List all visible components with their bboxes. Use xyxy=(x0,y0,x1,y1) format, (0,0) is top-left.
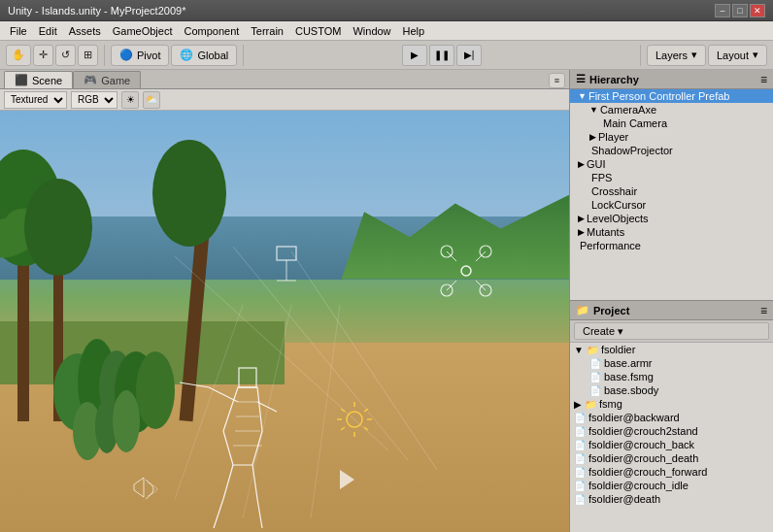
global-dropdown[interactable]: 🌐 Global xyxy=(171,45,237,66)
color-mode-select[interactable]: RGB xyxy=(71,91,118,109)
view-mode-select[interactable]: Textured xyxy=(4,91,67,109)
file-crouch2stand-icon: 📄 xyxy=(574,426,586,437)
project-fsmg-label: fsmg xyxy=(599,398,622,410)
skybox-toggle[interactable]: ⛅ xyxy=(143,91,160,109)
layout-dropdown[interactable]: Layout ▾ xyxy=(708,45,767,66)
transform-tools: ✋ ✛ ↺ ⊞ xyxy=(6,45,98,66)
project-item-crouch-forward[interactable]: 📄 fsoldier@crouch_forward xyxy=(570,465,773,479)
svg-line-41 xyxy=(341,427,345,430)
menu-file[interactable]: File xyxy=(4,23,33,39)
hier-item-levelobjects[interactable]: ▶ LevelObjects xyxy=(570,212,773,225)
panel-menu-scene[interactable]: ≡ xyxy=(549,73,565,88)
menu-edit[interactable]: Edit xyxy=(33,23,63,39)
expand-fpc-icon: ▼ xyxy=(578,91,587,101)
project-item-backward[interactable]: 📄 fsoldier@backward xyxy=(570,411,773,424)
sep-1 xyxy=(104,45,105,66)
hierarchy-icon: ☰ xyxy=(576,73,586,85)
pivot-group: 🔵 Pivot 🌐 Global xyxy=(111,45,237,66)
create-button[interactable]: Create ▾ xyxy=(574,322,769,340)
project-item-crouch-death[interactable]: 📄 fsoldier@crouch_death xyxy=(570,451,773,465)
project-item-fsmg[interactable]: ▶ 📁 fsmg xyxy=(570,397,773,411)
menu-component[interactable]: Component xyxy=(178,23,245,39)
pause-button[interactable]: ❚❚ xyxy=(429,45,454,66)
menu-gameobject[interactable]: GameObject xyxy=(107,23,179,39)
toolbar: ✋ ✛ ↺ ⊞ 🔵 Pivot 🌐 Global ▶ ❚❚ ▶| Layers … xyxy=(0,41,773,70)
svg-line-20 xyxy=(243,305,291,518)
rotate-tool-button[interactable]: ↺ xyxy=(55,45,76,66)
scale-tool-button[interactable]: ⊞ xyxy=(78,45,98,66)
hier-item-gui[interactable]: ▶ GUI xyxy=(570,157,773,171)
svg-line-18 xyxy=(291,251,437,470)
scene-view[interactable] xyxy=(0,111,569,532)
menu-bar: File Edit Assets GameObject Component Te… xyxy=(0,21,773,41)
left-panel: ⬛ Scene 🎮 Game ≡ Textured RGB ☀ ⛅ xyxy=(0,70,569,532)
hier-gui-label: GUI xyxy=(587,158,606,170)
tab-scene[interactable]: ⬛ Scene xyxy=(4,71,73,88)
play-button[interactable]: ▶ xyxy=(402,45,427,66)
scene-tab-icon: ⬛ xyxy=(15,74,28,86)
menu-window[interactable]: Window xyxy=(347,23,396,39)
menu-assets[interactable]: Assets xyxy=(63,23,107,39)
hier-item-fpc[interactable]: ▼ First Person Controller Prefab xyxy=(570,89,773,103)
project-menu-icon[interactable]: ≡ xyxy=(760,304,767,317)
hier-item-shadowprojector[interactable]: ShadowProjector xyxy=(570,144,773,157)
project-base-fsmg-label: base.fsmg xyxy=(604,371,654,382)
project-item-crouch-idle[interactable]: 📄 fsoldier@crouch_idle xyxy=(570,479,773,492)
hier-shadow-label: ShadowProjector xyxy=(591,145,673,156)
layers-dropdown[interactable]: Layers ▾ xyxy=(647,45,706,66)
project-item-crouch-back[interactable]: 📄 fsoldier@crouch_back xyxy=(570,438,773,451)
hier-item-crosshair[interactable]: Crosshair xyxy=(570,184,773,198)
pivot-dropdown[interactable]: 🔵 Pivot xyxy=(111,45,169,66)
hier-item-maincamera[interactable]: Main Camera xyxy=(570,116,773,130)
hand-tool-button[interactable]: ✋ xyxy=(6,45,31,66)
project-death-label: fsoldier@death xyxy=(588,493,660,505)
hierarchy-panel: ☰ Hierarchy ≡ ▼ First Person Controller … xyxy=(570,70,773,301)
step-button[interactable]: ▶| xyxy=(456,45,482,66)
hier-item-cameraaxe[interactable]: ▼ CameraAxe xyxy=(570,103,773,116)
svg-point-5 xyxy=(24,179,92,276)
main-content: ⬛ Scene 🎮 Game ≡ Textured RGB ☀ ⛅ xyxy=(0,70,773,532)
hier-item-fps[interactable]: FPS xyxy=(570,171,773,184)
project-fsoldier-label: fsoldier xyxy=(601,344,635,355)
hier-item-performance[interactable]: Performance xyxy=(570,239,773,252)
pivot-icon: 🔵 xyxy=(119,49,133,61)
hier-item-lockcursor[interactable]: LockCursor xyxy=(570,198,773,212)
menu-terrain[interactable]: Terrain xyxy=(245,23,289,39)
minimize-button[interactable]: – xyxy=(715,4,730,17)
hier-item-player[interactable]: ▶ Player xyxy=(570,130,773,144)
maximize-button[interactable]: □ xyxy=(732,4,748,17)
move-tool-button[interactable]: ✛ xyxy=(33,45,53,66)
menu-custom[interactable]: CUSTOM xyxy=(289,23,347,39)
svg-line-27 xyxy=(223,465,233,499)
project-crouch-death-label: fsoldier@crouch_death xyxy=(588,452,698,464)
project-item-crouch2stand[interactable]: 📄 fsoldier@crouch2stand xyxy=(570,424,773,438)
project-item-death[interactable]: 📄 fsoldier@death xyxy=(570,492,773,506)
title-bar: Unity - Islands.unity - MyProject2009* –… xyxy=(0,0,773,21)
project-item-base-armr[interactable]: 📄 base.armr xyxy=(570,356,773,370)
sep-3 xyxy=(640,45,641,66)
svg-line-50 xyxy=(447,281,456,290)
svg-line-16 xyxy=(175,256,388,450)
create-toolbar: Create ▾ xyxy=(570,320,773,343)
close-button[interactable]: ✕ xyxy=(750,4,765,17)
svg-line-24 xyxy=(209,387,238,402)
scene-toolbar: Textured RGB ☀ ⛅ xyxy=(0,89,569,111)
project-icon: 📁 xyxy=(576,304,589,316)
expand-fsmg-icon: ▶ xyxy=(574,399,582,410)
file-crouch-forward-icon: 📄 xyxy=(574,467,586,478)
tab-game[interactable]: 🎮 Game xyxy=(73,71,141,88)
layout-label: Layout xyxy=(717,50,749,61)
lighting-toggle[interactable]: ☀ xyxy=(121,91,139,109)
hierarchy-title: Hierarchy xyxy=(589,74,639,85)
project-item-base-fsmg[interactable]: 📄 base.fsmg xyxy=(570,370,773,383)
svg-point-12 xyxy=(152,140,226,247)
layout-arrow-icon: ▾ xyxy=(753,49,758,61)
project-item-base-sbody[interactable]: 📄 base.sbody xyxy=(570,383,773,397)
project-crouch-back-label: fsoldier@crouch_back xyxy=(588,439,694,450)
hier-item-mutants[interactable]: ▶ Mutants xyxy=(570,225,773,239)
svg-marker-56 xyxy=(134,478,144,497)
menu-help[interactable]: Help xyxy=(397,23,431,39)
hier-performance-label: Performance xyxy=(580,240,641,251)
project-item-fsoldier[interactable]: ▼ 📁 fsoldier xyxy=(570,343,773,356)
hierarchy-menu-icon[interactable]: ≡ xyxy=(760,73,767,86)
